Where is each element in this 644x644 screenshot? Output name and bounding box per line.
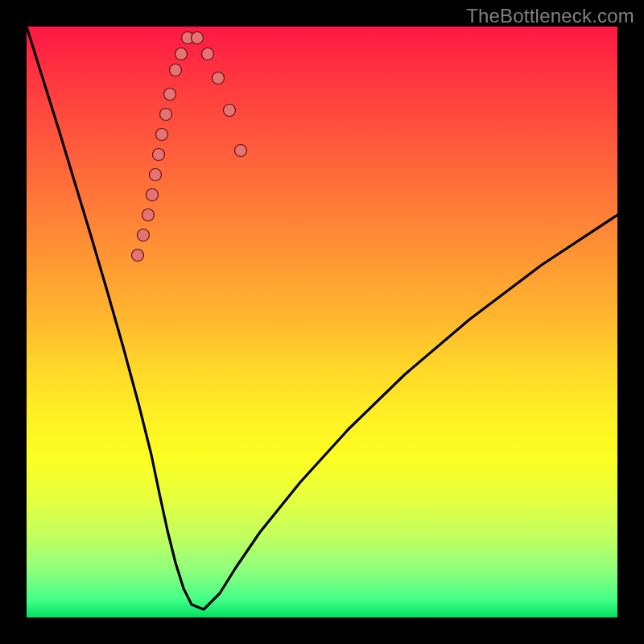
chart-frame: TheBottleneck.com	[0, 0, 644, 644]
plot-background	[27, 27, 617, 617]
watermark-label: TheBottleneck.com	[466, 5, 634, 27]
